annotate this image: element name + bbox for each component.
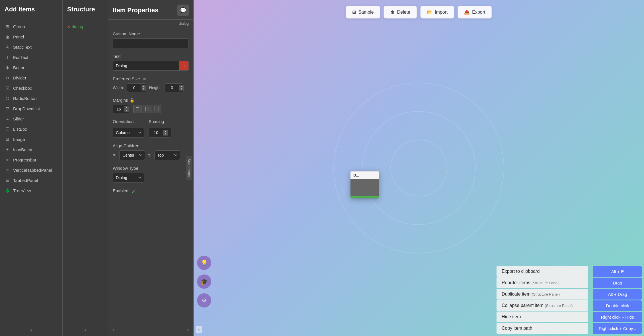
width-spin-down[interactable]: ▼ [141,88,146,91]
margin-input[interactable] [113,105,124,113]
import-icon: 📂 [427,9,432,15]
properties-panel: Item Properties 💬 Snapshots dialog Custo… [108,0,194,336]
orientation-label: Orientation [113,119,144,124]
spacing-spin-down[interactable]: ▼ [163,133,168,136]
ctx-shortcut: Right click + Hide [593,312,642,322]
height-input-group: ▲ ▼ [165,83,184,92]
add-item-verticaltabbedpanel[interactable]: ≡VerticalTabbedPanel [0,165,62,175]
context-menu-row[interactable]: Export to clipboardAlt + E [497,266,642,277]
margin-icon-2[interactable] [143,105,151,113]
tutorial-icon-button[interactable]: 🎓 [197,274,211,289]
height-spin-up[interactable]: ▲ [179,85,184,88]
window-type-label: Window Type [113,166,189,171]
svg-rect-1 [136,110,139,111]
canvas-nav-left[interactable]: ‹ [196,326,202,333]
ctx-label: Reorder items (Structure Panel) [497,277,588,288]
height-input[interactable] [165,84,179,92]
add-items-nav-left[interactable]: ‹ [28,326,34,333]
enabled-row: Enabled ✔ [113,188,189,195]
window-type-select[interactable]: Dialog Palette Window [113,173,144,183]
align-x-select[interactable]: Left Center Right Fill [119,150,145,160]
properties-nav-left[interactable]: ‹ [110,326,116,333]
enabled-check-icon: ✔ [131,189,136,195]
context-menu-row[interactable]: Copy item pathRight click + Copy... [497,323,642,334]
item-icon: 🌲 [5,188,10,193]
add-item-tabbedpanel[interactable]: ▤TabbedPanel [0,175,62,185]
orientation-select[interactable]: Column Row Stack [113,128,144,138]
text-label: Text [113,54,189,59]
properties-header: Item Properties 💬 [108,0,193,20]
item-icon: ⊖ [5,75,10,81]
spacing-spin-up[interactable]: ▲ [163,130,168,133]
add-item-radiobutton[interactable]: ◎RadioButton [0,93,62,103]
margin-spin-up[interactable]: ▲ [124,106,129,109]
delete-button[interactable]: 🗑 Delete [384,6,417,19]
add-item-edittext[interactable]: IEditText [0,52,62,62]
context-menu-row[interactable]: Reorder items (Structure Panel)Drag [497,277,642,288]
add-item-iconbutton[interactable]: ✦IconButton [0,144,62,155]
snapshots-tab[interactable]: Snapshots [186,156,192,180]
context-menu-row[interactable]: Duplicate item (Structure Panel)Alt + Dr… [497,289,642,300]
structure-nav-left[interactable]: ‹ [82,326,88,333]
dialog-preview-body [350,179,379,196]
custom-name-input[interactable] [113,38,189,48]
add-item-slider[interactable]: ≡Slider [0,114,62,124]
dialog-preview[interactable]: D... [350,171,379,198]
item-icon: ⊡ [5,136,10,142]
align-y-select[interactable]: Top Center Bottom Fill [154,150,180,160]
text-expand-button[interactable]: ↔ [179,61,188,70]
canvas-area[interactable]: ⊞ Sample 🗑 Delete 📂 Import 📤 Export D...… [194,0,644,336]
add-item-checkbox[interactable]: ☑Checkbox [0,83,62,93]
help-icon-button[interactable]: 💡 [197,256,211,270]
structure-item-label: dialog [72,24,83,29]
ctx-label: Duplicate item (Structure Panel) [497,289,588,300]
item-icon: I [5,54,10,60]
spacing-input-group: ▲ ▼ [149,128,171,138]
add-item-progressbar[interactable]: ≈Progressbar [0,155,62,165]
add-item-listbox[interactable]: ☰ListBox [0,124,62,134]
structure-item-dialog[interactable]: ✕ dialog [66,22,104,31]
add-item-dropdownlist[interactable]: ▽DropDownList [0,103,62,114]
item-icon: A [5,44,10,50]
width-spin-up[interactable]: ▲ [141,85,146,88]
item-label: Panel [13,34,24,39]
github-icon-button[interactable]: ⚙ [197,293,211,308]
add-item-divider[interactable]: ⊖Divider [0,73,62,83]
export-icon: 📤 [464,9,470,15]
properties-content: Custom Name Text ↔ Preferred Size ⊞ Widt… [108,27,193,323]
text-input[interactable] [113,61,179,70]
spacing-input[interactable] [149,128,163,137]
margin-icon-1[interactable] [133,105,142,113]
item-label: Checkbox [13,86,32,91]
item-label: VerticalTabbedPanel [13,168,52,173]
item-label: Slider [13,116,24,121]
size-row: Width: ▲ ▼ Height: ▲ ▼ [113,83,189,92]
orient-spacing-row: Orientation Column Row Stack Spacing ▲ ▼ [113,119,189,138]
export-button[interactable]: 📤 Export [458,6,492,19]
width-input[interactable] [127,84,141,92]
spacing-label: Spacing [149,119,171,124]
add-item-image[interactable]: ⊡Image [0,134,62,144]
svg-rect-6 [155,107,159,111]
add-item-button[interactable]: ◉Button [0,62,62,73]
context-menu-row[interactable]: Collapse parent item (Structure Panel)Do… [497,300,642,311]
margin-icon-3[interactable] [153,105,161,113]
enabled-section: Enabled ✔ [113,188,189,195]
sample-button[interactable]: ⊞ Sample [346,6,380,19]
add-item-group[interactable]: ⊞Group [0,21,62,32]
svg-rect-5 [147,107,147,111]
item-label: TreeView [13,188,31,193]
margins-label: Margins 🔒 [113,98,189,103]
chat-icon-button[interactable]: 💬 [177,5,189,16]
ctx-shortcut: Right click + Copy... [593,323,642,334]
import-button[interactable]: 📂 Import [420,6,454,19]
add-item-statictext[interactable]: AStaticText [0,42,62,52]
add-item-panel[interactable]: ▣Panel [0,32,62,42]
margin-spin-down[interactable]: ▼ [124,109,129,112]
add-item-treeview[interactable]: 🌲TreeView [0,185,62,196]
height-spin-down[interactable]: ▼ [179,88,184,91]
side-icons: 💡 🎓 ⚙ [197,256,211,308]
properties-nav-right[interactable]: › [185,326,191,333]
context-menu-row[interactable]: Hide itemRight click + Hide [497,312,642,322]
ctx-label: Export to clipboard [497,266,588,277]
